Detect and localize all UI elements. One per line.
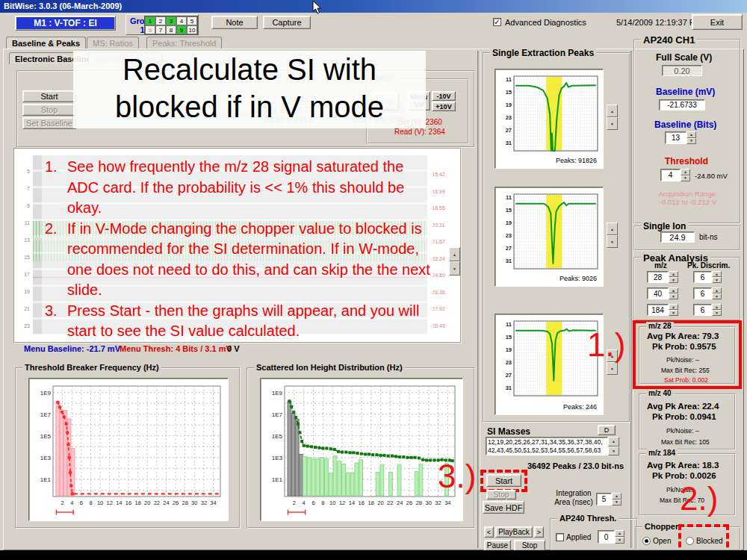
ap240-thresh-spinner[interactable]: 0 ▲▼ bbox=[598, 530, 624, 544]
spin-up-icon[interactable]: ▲ bbox=[607, 105, 618, 117]
group-cell[interactable]: 2 bbox=[155, 16, 166, 25]
svg-text:19: 19 bbox=[506, 220, 512, 226]
spin-up-icon[interactable]: ▲ bbox=[712, 287, 722, 293]
svg-text:11: 11 bbox=[506, 194, 512, 201]
single-ion-field[interactable]: 24.9 bbox=[660, 231, 695, 243]
svg-text:14: 14 bbox=[349, 500, 355, 506]
stop-acq-button[interactable]: Stop bbox=[22, 104, 76, 116]
exit-button[interactable]: Exit bbox=[692, 14, 743, 30]
mz-spinner-1[interactable]: 28 ▲▼ bbox=[647, 271, 678, 283]
spin-down-icon[interactable]: ▼ bbox=[712, 277, 722, 283]
group-cell[interactable]: 3 bbox=[166, 16, 176, 25]
mode-button[interactable]: M1 : V-TOF : EI bbox=[15, 16, 116, 31]
spin-down-icon[interactable]: ▼ bbox=[607, 362, 618, 375]
spin-down-icon[interactable]: ▼ bbox=[669, 277, 678, 283]
spin-up-icon[interactable]: ▲ bbox=[712, 304, 722, 310]
svg-text:30: 30 bbox=[426, 500, 432, 506]
spin-down-icon[interactable]: ▼ bbox=[681, 175, 690, 182]
tab-ms-ratios[interactable]: MS: Ratios bbox=[87, 37, 139, 49]
discrim-spinner-2[interactable]: 6 ▲▼ bbox=[693, 287, 722, 299]
group-cell[interactable]: 10 bbox=[187, 25, 197, 34]
spin-up-icon[interactable]: ▲ bbox=[669, 271, 678, 277]
group-cell[interactable]: 7 bbox=[155, 25, 166, 34]
spin-up-icon[interactable]: ▲ bbox=[669, 304, 678, 310]
spin-down-icon[interactable]: ▼ bbox=[712, 310, 722, 316]
spin-down-icon[interactable]: ▼ bbox=[669, 293, 678, 299]
group-cell[interactable]: 8 bbox=[166, 25, 176, 34]
spin-up-icon[interactable]: ▲ bbox=[615, 530, 624, 537]
playback-stop-button[interactable]: Stop bbox=[514, 540, 545, 551]
chopper-open-radio[interactable] bbox=[642, 537, 651, 545]
tab-baseline-peaks[interactable]: Baseline & Peaks bbox=[6, 37, 86, 49]
svg-text:20: 20 bbox=[144, 500, 150, 506]
si-masses-scroll[interactable]: ▲ ▼ bbox=[608, 437, 619, 455]
spin-up-icon[interactable]: ▲ bbox=[669, 287, 678, 293]
sep-panel-2: 111519232731 Peaks: 9026 bbox=[495, 187, 604, 287]
spin-down-icon[interactable]: ▼ bbox=[669, 310, 678, 316]
single-ion-unit: bit-ns bbox=[699, 233, 717, 241]
discrim-spinner-1[interactable]: 6 ▲▼ bbox=[693, 271, 722, 283]
threshold-spinner[interactable]: 4 ▲▼ bbox=[660, 169, 690, 181]
spin-down-icon[interactable]: ▼ bbox=[607, 235, 618, 248]
applied-checkbox[interactable] bbox=[556, 533, 564, 541]
mcp-plus10-button[interactable]: +10V bbox=[432, 102, 456, 111]
save-hdf-button[interactable]: Save HDF bbox=[483, 501, 524, 514]
si-start-button[interactable]: Start bbox=[486, 474, 521, 487]
note-button[interactable]: Note bbox=[211, 16, 258, 29]
spin-up-icon[interactable]: ▲ bbox=[608, 437, 619, 447]
capture-button[interactable]: Capture bbox=[263, 16, 311, 29]
sep-spinner-2[interactable]: ▲ ▼ bbox=[607, 223, 618, 248]
spin-down-icon[interactable]: ▼ bbox=[686, 138, 696, 145]
tab-peaks-threshold[interactable]: Peaks: Threshold bbox=[146, 37, 222, 49]
discrim-spinner-3[interactable]: 6 ▲▼ bbox=[693, 304, 722, 316]
group-cell[interactable]: 1 bbox=[145, 16, 155, 25]
spin-down-icon[interactable]: ▼ bbox=[712, 293, 722, 299]
baseline-mv-field[interactable]: -21.6733 bbox=[659, 99, 705, 111]
spin-up-icon[interactable]: ▲ bbox=[681, 169, 690, 175]
start-acq-button[interactable]: Start bbox=[22, 90, 76, 102]
spin-up-icon[interactable]: ▲ bbox=[686, 131, 696, 138]
mz-spinner-3[interactable]: 184 ▲▼ bbox=[647, 304, 678, 316]
playback-back-button[interactable]: < bbox=[484, 526, 494, 538]
spin-down-icon[interactable]: ▼ bbox=[612, 500, 622, 506]
sep-spinner-1[interactable]: ▲ ▼ bbox=[607, 105, 618, 130]
spin-up-icon[interactable]: ▲ bbox=[712, 271, 722, 277]
spin-down-icon[interactable]: ▼ bbox=[615, 537, 624, 544]
bitwise-window: BitWise: 3.0.3 (06-March-2009) M1 : V-TO… bbox=[0, 0, 747, 560]
playback-fwd-button[interactable]: > bbox=[534, 526, 544, 538]
scattered-ion-panel: 1E91E71E51E31E12468101214161820222426283… bbox=[260, 378, 463, 521]
group-cell[interactable]: 6 bbox=[145, 25, 155, 34]
set-baseline-button[interactable]: Set Baseline bbox=[22, 117, 76, 129]
svg-text:27: 27 bbox=[506, 245, 512, 252]
volts-status: 0 V bbox=[227, 344, 240, 353]
si-masses-input[interactable]: 12,19,20,25,26,27,31,34,35,36,37,38,40, … bbox=[486, 437, 608, 455]
mz-spinner-2[interactable]: 40 ▲▼ bbox=[647, 287, 678, 299]
spin-up-icon[interactable]: ▲ bbox=[612, 493, 622, 500]
svg-text:27: 27 bbox=[506, 372, 512, 379]
svg-text:19: 19 bbox=[506, 346, 512, 353]
sep-peaks-3: Peaks: 246 bbox=[563, 403, 597, 411]
group-cell[interactable]: 5 bbox=[187, 16, 197, 25]
group-cell[interactable]: 9 bbox=[176, 25, 187, 34]
svg-text:31: 31 bbox=[506, 385, 512, 391]
integration-area-spinner[interactable]: 5 ▲▼ bbox=[596, 493, 622, 505]
group-cell-grid[interactable]: 12345678910 bbox=[144, 16, 198, 35]
full-scale-field[interactable]: 0.20 bbox=[662, 65, 702, 76]
spin-up-icon[interactable]: ▲ bbox=[449, 247, 460, 261]
si-masses-d-button[interactable]: D bbox=[598, 425, 616, 435]
spin-down-icon[interactable]: ▼ bbox=[449, 261, 460, 276]
si-stop-button[interactable]: Stop bbox=[486, 490, 516, 500]
group-cell[interactable]: 4 bbox=[176, 16, 187, 25]
baseline-plot-spinner[interactable]: ▲ ▼ bbox=[449, 247, 460, 276]
baseline-bits-spinner[interactable]: 13 ▲▼ bbox=[665, 131, 696, 144]
svg-text:6: 6 bbox=[311, 500, 314, 506]
spin-down-icon[interactable]: ▼ bbox=[607, 117, 618, 130]
pause-button[interactable]: Pause bbox=[484, 540, 511, 551]
menu-baseline-status: Menu Baseline: -21.7 mV bbox=[24, 344, 120, 353]
axis-label: 17 bbox=[22, 272, 30, 277]
playback-button[interactable]: PlayBack bbox=[495, 526, 533, 538]
spin-down-icon[interactable]: ▼ bbox=[608, 447, 619, 456]
spin-up-icon[interactable]: ▲ bbox=[607, 223, 618, 235]
mcp-minus10-button[interactable]: -10V bbox=[432, 91, 456, 101]
advanced-diagnostics-checkbox[interactable]: ✓ bbox=[493, 18, 501, 26]
